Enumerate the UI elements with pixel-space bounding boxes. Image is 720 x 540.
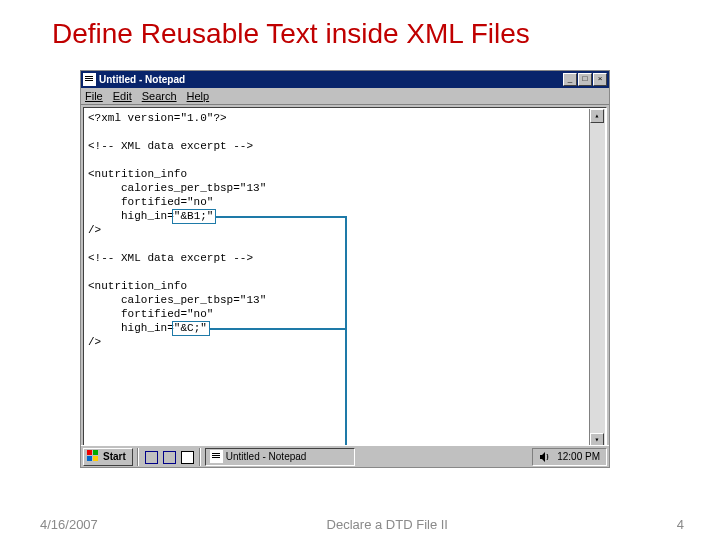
start-button[interactable]: Start <box>83 448 133 466</box>
system-tray[interactable]: 12:00 PM <box>532 448 607 466</box>
slide-title: Define Reusable Text inside XML Files <box>0 0 720 50</box>
footer-page: 4 <box>677 517 684 532</box>
notepad-icon <box>210 450 223 463</box>
taskbar-separator <box>199 448 201 466</box>
menu-help[interactable]: Help <box>187 90 210 102</box>
menu-edit[interactable]: Edit <box>113 90 132 102</box>
code-area[interactable]: <?xml version="1.0"?> <!-- XML data exce… <box>85 109 605 351</box>
quicklaunch-icon[interactable] <box>179 449 195 465</box>
taskbar-separator <box>137 448 139 466</box>
maximize-button[interactable]: □ <box>578 73 592 86</box>
footer-center: Declare a DTD File II <box>327 517 448 532</box>
minimize-button[interactable]: _ <box>563 73 577 86</box>
window-title: Untitled - Notepad <box>99 74 560 85</box>
notepad-window: Untitled - Notepad _ □ × File Edit Searc… <box>80 70 610 468</box>
titlebar[interactable]: Untitled - Notepad _ □ × <box>81 71 609 88</box>
menubar: File Edit Search Help <box>81 88 609 105</box>
clock[interactable]: 12:00 PM <box>557 451 600 462</box>
taskbar-app-label: Untitled - Notepad <box>226 451 307 462</box>
scroll-up-button[interactable]: ▴ <box>590 109 604 123</box>
slide-footer: 4/16/2007 Declare a DTD File II 4 <box>0 517 720 532</box>
scrollbar-vertical[interactable]: ▴ ▾ <box>589 109 605 447</box>
start-label: Start <box>103 451 126 462</box>
quicklaunch-icon[interactable] <box>161 449 177 465</box>
quick-launch <box>143 449 195 465</box>
close-button[interactable]: × <box>593 73 607 86</box>
menu-search[interactable]: Search <box>142 90 177 102</box>
quicklaunch-icon[interactable] <box>143 449 159 465</box>
notepad-icon <box>83 73 96 86</box>
window-buttons: _ □ × <box>563 73 607 86</box>
footer-date: 4/16/2007 <box>40 517 98 532</box>
windows-logo-icon <box>87 450 100 463</box>
speaker-icon[interactable] <box>539 451 551 463</box>
taskbar: Start Untitled - Notepad 12:00 PM <box>81 445 609 467</box>
menu-file[interactable]: File <box>85 90 103 102</box>
taskbar-app-button[interactable]: Untitled - Notepad <box>205 448 355 466</box>
entity-ref-b1: "&B1;" <box>174 210 214 222</box>
text-editor[interactable]: <?xml version="1.0"?> <!-- XML data exce… <box>83 107 607 465</box>
entity-ref-c: "&C;" <box>174 322 207 334</box>
